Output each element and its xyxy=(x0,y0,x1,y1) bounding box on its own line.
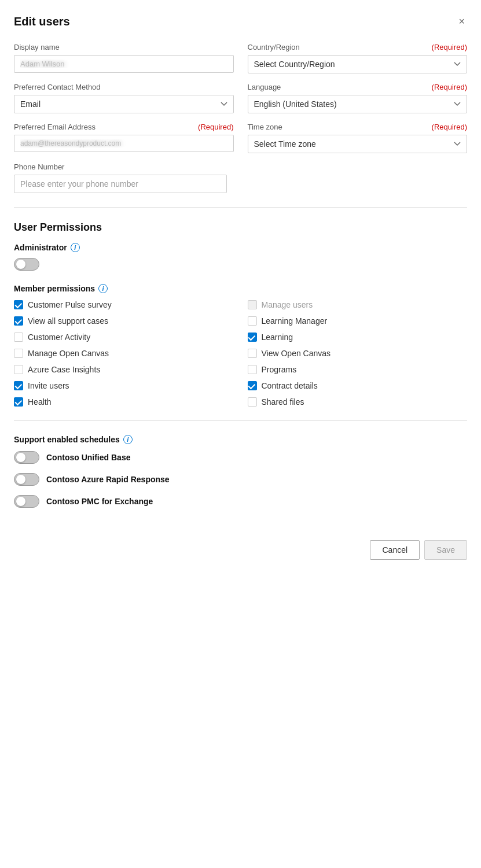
timezone-group: Time zone (Required) Select Time zone xyxy=(248,123,468,153)
contact-method-label: Preferred Contact Method xyxy=(14,83,234,91)
edit-users-modal: Edit users × Display name Country/Region… xyxy=(0,0,481,868)
administrator-info-icon[interactable]: i xyxy=(71,243,80,252)
permission-item-learning: Learning xyxy=(248,333,468,342)
checkbox-health[interactable] xyxy=(14,397,23,407)
schedules-section: Support enabled schedules i Contoso Unif… xyxy=(14,435,467,508)
close-button[interactable]: × xyxy=(456,14,467,29)
permission-label-manage-open-canvas: Manage Open Canvas xyxy=(28,349,109,358)
administrator-toggle-thumb xyxy=(16,260,25,269)
phone-input[interactable] xyxy=(14,175,227,193)
timezone-required: (Required) xyxy=(432,123,467,131)
administrator-toggle-track xyxy=(14,258,39,271)
timezone-label-row: Time zone (Required) xyxy=(248,123,468,131)
schedules-list: Contoso Unified BaseContoso Azure Rapid … xyxy=(14,451,467,508)
email-label: Preferred Email Address xyxy=(14,123,96,131)
schedules-info-icon[interactable]: i xyxy=(123,435,133,444)
schedule-toggle-thumb-contoso-pmc xyxy=(16,497,25,506)
permission-item-programs: Programs xyxy=(248,365,468,374)
language-label-row: Language (Required) xyxy=(248,83,468,91)
checkbox-shared-files[interactable] xyxy=(248,397,257,407)
schedule-toggle-contoso-pmc[interactable] xyxy=(14,495,39,508)
country-select[interactable]: Select Country/Region xyxy=(248,55,468,73)
administrator-label: Administrator xyxy=(14,243,67,252)
permission-item-learning-manager: Learning Manager xyxy=(248,316,468,326)
checkbox-manage-open-canvas[interactable] xyxy=(14,349,23,358)
user-permissions-section: User Permissions Administrator i Member … xyxy=(14,221,467,407)
permission-item-invite-users: Invite users xyxy=(14,381,234,390)
permission-label-learning: Learning xyxy=(262,333,293,342)
permission-label-shared-files: Shared files xyxy=(262,397,304,407)
display-name-input[interactable] xyxy=(14,55,234,73)
permission-label-customer-activity: Customer Activity xyxy=(28,333,90,342)
schedule-label-contoso-pmc: Contoso PMC for Exchange xyxy=(46,497,153,506)
country-required: (Required) xyxy=(432,43,467,51)
permission-label-learning-manager: Learning Manager xyxy=(262,316,328,326)
save-button[interactable]: Save xyxy=(424,540,467,560)
permissions-grid: Customer Pulse surveyManage usersView al… xyxy=(14,300,467,407)
schedule-item-contoso-azure: Contoso Azure Rapid Response xyxy=(14,473,467,486)
permission-label-azure-case-insights: Azure Case Insights xyxy=(28,365,100,374)
contact-method-group: Preferred Contact Method Email xyxy=(14,83,234,113)
permission-item-health: Health xyxy=(14,397,234,407)
permission-item-view-support: View all support cases xyxy=(14,316,234,326)
email-required: (Required) xyxy=(198,123,233,131)
section-divider-2 xyxy=(14,420,467,421)
display-name-label: Display name xyxy=(14,43,234,51)
permission-item-shared-files: Shared files xyxy=(248,397,468,407)
permission-item-azure-case-insights: Azure Case Insights xyxy=(14,365,234,374)
checkbox-azure-case-insights[interactable] xyxy=(14,365,23,374)
permission-item-customer-activity: Customer Activity xyxy=(14,333,234,342)
schedule-toggle-thumb-contoso-unified xyxy=(16,453,25,462)
schedule-toggle-contoso-unified[interactable] xyxy=(14,451,39,464)
display-name-group: Display name xyxy=(14,43,234,73)
phone-section: Phone Number xyxy=(14,162,467,193)
member-info-icon[interactable]: i xyxy=(98,284,108,293)
administrator-section: Administrator i xyxy=(14,243,467,272)
checkbox-learning-manager[interactable] xyxy=(248,316,257,326)
permission-label-customer-pulse: Customer Pulse survey xyxy=(28,300,112,309)
checkbox-view-support[interactable] xyxy=(14,316,23,326)
timezone-select[interactable]: Select Time zone xyxy=(248,135,468,153)
administrator-label-row: Administrator i xyxy=(14,243,467,252)
permission-label-health: Health xyxy=(28,397,51,407)
phone-label: Phone Number xyxy=(14,162,467,171)
permission-label-invite-users: Invite users xyxy=(28,381,69,390)
country-label-row: Country/Region (Required) xyxy=(248,43,468,51)
schedule-item-contoso-unified: Contoso Unified Base xyxy=(14,451,467,464)
country-group: Country/Region (Required) Select Country… xyxy=(248,43,468,73)
timezone-label: Time zone xyxy=(248,123,282,131)
email-input[interactable] xyxy=(14,135,234,152)
member-permissions-label-row: Member permissions i xyxy=(14,284,467,293)
schedule-toggle-contoso-azure[interactable] xyxy=(14,473,39,486)
schedule-item-contoso-pmc: Contoso PMC for Exchange xyxy=(14,495,467,508)
email-label-row: Preferred Email Address (Required) xyxy=(14,123,234,131)
checkbox-customer-activity[interactable] xyxy=(14,333,23,342)
form-grid: Display name Country/Region (Required) S… xyxy=(14,43,467,153)
permission-label-view-open-canvas: View Open Canvas xyxy=(262,349,331,358)
permission-label-view-support: View all support cases xyxy=(28,316,108,326)
phone-input-wrap xyxy=(14,175,227,193)
schedule-label-contoso-unified: Contoso Unified Base xyxy=(46,453,130,462)
cancel-button[interactable]: Cancel xyxy=(370,540,420,560)
checkbox-invite-users[interactable] xyxy=(14,381,23,390)
administrator-toggle[interactable] xyxy=(14,258,39,271)
contact-method-select[interactable]: Email xyxy=(14,95,234,113)
permission-item-view-open-canvas: View Open Canvas xyxy=(248,349,468,358)
checkbox-view-open-canvas[interactable] xyxy=(248,349,257,358)
permission-label-manage-users: Manage users xyxy=(262,300,313,309)
permission-item-manage-open-canvas: Manage Open Canvas xyxy=(14,349,234,358)
checkbox-contract-details[interactable] xyxy=(248,381,257,390)
checkbox-programs[interactable] xyxy=(248,365,257,374)
language-group: Language (Required) English (United Stat… xyxy=(248,83,468,113)
checkbox-manage-users xyxy=(248,300,257,309)
permission-item-customer-pulse: Customer Pulse survey xyxy=(14,300,234,309)
modal-title: Edit users xyxy=(14,15,70,28)
language-label: Language xyxy=(248,83,281,91)
checkbox-customer-pulse[interactable] xyxy=(14,300,23,309)
language-select[interactable]: English (United States) xyxy=(248,95,468,113)
schedule-label-contoso-azure: Contoso Azure Rapid Response xyxy=(46,475,170,484)
checkbox-learning[interactable] xyxy=(248,333,257,342)
permission-item-manage-users: Manage users xyxy=(248,300,468,309)
permission-item-contract-details: Contract details xyxy=(248,381,468,390)
permission-label-programs: Programs xyxy=(262,365,297,374)
